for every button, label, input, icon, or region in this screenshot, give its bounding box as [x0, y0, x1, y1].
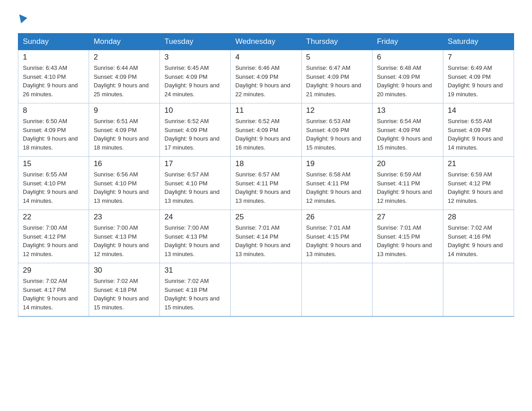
- col-monday: Monday: [89, 34, 160, 50]
- day-number: 11: [235, 106, 296, 115]
- day-number: 17: [164, 159, 226, 168]
- day-number: 30: [94, 266, 155, 275]
- day-info: Sunrise: 6:57 AMSunset: 4:10 PMDaylight:…: [164, 170, 226, 205]
- calendar-week-row: 29Sunrise: 7:02 AMSunset: 4:17 PMDayligh…: [18, 263, 514, 317]
- calendar-cell: 10Sunrise: 6:52 AMSunset: 4:09 PMDayligh…: [160, 103, 231, 157]
- day-number: 5: [306, 53, 368, 62]
- day-number: 16: [94, 159, 155, 168]
- day-number: 7: [448, 53, 509, 62]
- col-tuesday: Tuesday: [160, 34, 231, 50]
- day-number: 18: [235, 159, 296, 168]
- col-friday: Friday: [372, 34, 443, 50]
- day-number: 1: [23, 53, 84, 62]
- day-info: Sunrise: 6:51 AMSunset: 4:09 PMDaylight:…: [94, 117, 155, 152]
- day-info: Sunrise: 6:57 AMSunset: 4:11 PMDaylight:…: [235, 170, 296, 205]
- day-info: Sunrise: 6:55 AMSunset: 4:09 PMDaylight:…: [448, 117, 509, 152]
- day-info: Sunrise: 6:59 AMSunset: 4:11 PMDaylight:…: [377, 170, 438, 205]
- day-number: 3: [164, 53, 226, 62]
- calendar-cell: 9Sunrise: 6:51 AMSunset: 4:09 PMDaylight…: [89, 103, 160, 157]
- svg-marker-0: [19, 14, 27, 23]
- day-info: Sunrise: 7:02 AMSunset: 4:18 PMDaylight:…: [164, 277, 226, 312]
- calendar-cell: 24Sunrise: 7:00 AMSunset: 4:13 PMDayligh…: [160, 210, 231, 263]
- day-info: Sunrise: 6:47 AMSunset: 4:09 PMDaylight:…: [306, 64, 368, 98]
- day-info: Sunrise: 6:43 AMSunset: 4:10 PMDaylight:…: [23, 64, 84, 98]
- day-info: Sunrise: 6:53 AMSunset: 4:09 PMDaylight:…: [306, 117, 368, 152]
- day-info: Sunrise: 7:01 AMSunset: 4:14 PMDaylight:…: [235, 223, 296, 258]
- calendar-week-row: 1Sunrise: 6:43 AMSunset: 4:10 PMDaylight…: [18, 50, 514, 103]
- day-info: Sunrise: 6:59 AMSunset: 4:12 PMDaylight:…: [448, 170, 509, 205]
- col-saturday: Saturday: [443, 34, 514, 50]
- calendar-cell: 18Sunrise: 6:57 AMSunset: 4:11 PMDayligh…: [231, 157, 301, 210]
- day-info: Sunrise: 7:01 AMSunset: 4:15 PMDaylight:…: [377, 223, 438, 258]
- day-number: 26: [306, 213, 368, 222]
- day-number: 19: [306, 159, 368, 168]
- day-info: Sunrise: 7:00 AMSunset: 4:13 PMDaylight:…: [94, 223, 155, 258]
- calendar-cell: 2Sunrise: 6:44 AMSunset: 4:09 PMDaylight…: [89, 50, 160, 103]
- day-info: Sunrise: 6:52 AMSunset: 4:09 PMDaylight:…: [164, 117, 226, 152]
- calendar-cell: 20Sunrise: 6:59 AMSunset: 4:11 PMDayligh…: [372, 157, 443, 210]
- day-info: Sunrise: 6:58 AMSunset: 4:11 PMDaylight:…: [306, 170, 368, 205]
- day-number: 9: [94, 106, 155, 115]
- day-info: Sunrise: 6:45 AMSunset: 4:09 PMDaylight:…: [164, 64, 226, 98]
- calendar-cell: 25Sunrise: 7:01 AMSunset: 4:14 PMDayligh…: [231, 210, 301, 263]
- day-info: Sunrise: 6:48 AMSunset: 4:09 PMDaylight:…: [377, 64, 438, 98]
- logo: [18, 13, 27, 24]
- calendar-week-row: 15Sunrise: 6:55 AMSunset: 4:10 PMDayligh…: [18, 157, 514, 210]
- calendar-cell: 11Sunrise: 6:52 AMSunset: 4:09 PMDayligh…: [231, 103, 301, 157]
- calendar-cell: 8Sunrise: 6:50 AMSunset: 4:09 PMDaylight…: [18, 103, 89, 157]
- day-info: Sunrise: 7:01 AMSunset: 4:15 PMDaylight:…: [306, 223, 368, 258]
- day-info: Sunrise: 6:50 AMSunset: 4:09 PMDaylight:…: [23, 117, 84, 152]
- calendar-cell: 17Sunrise: 6:57 AMSunset: 4:10 PMDayligh…: [160, 157, 231, 210]
- day-number: 6: [377, 53, 438, 62]
- day-number: 25: [235, 213, 296, 222]
- day-number: 15: [23, 159, 84, 168]
- calendar-cell: 19Sunrise: 6:58 AMSunset: 4:11 PMDayligh…: [301, 157, 372, 210]
- day-info: Sunrise: 7:02 AMSunset: 4:16 PMDaylight:…: [448, 223, 509, 258]
- day-number: 31: [164, 266, 226, 275]
- day-number: 22: [23, 213, 84, 222]
- calendar-cell: [372, 263, 443, 317]
- calendar-cell: 3Sunrise: 6:45 AMSunset: 4:09 PMDaylight…: [160, 50, 231, 103]
- calendar-cell: 16Sunrise: 6:56 AMSunset: 4:10 PMDayligh…: [89, 157, 160, 210]
- day-number: 28: [448, 213, 509, 222]
- calendar-cell: 7Sunrise: 6:49 AMSunset: 4:09 PMDaylight…: [443, 50, 514, 103]
- day-number: 27: [377, 213, 438, 222]
- col-wednesday: Wednesday: [231, 34, 301, 50]
- day-number: 13: [377, 106, 438, 115]
- calendar-week-row: 22Sunrise: 7:00 AMSunset: 4:12 PMDayligh…: [18, 210, 514, 263]
- day-number: 20: [377, 159, 438, 168]
- col-thursday: Thursday: [301, 34, 372, 50]
- day-number: 8: [23, 106, 84, 115]
- calendar-cell: 14Sunrise: 6:55 AMSunset: 4:09 PMDayligh…: [443, 103, 514, 157]
- calendar-cell: 30Sunrise: 7:02 AMSunset: 4:18 PMDayligh…: [89, 263, 160, 317]
- day-number: 2: [94, 53, 155, 62]
- calendar-cell: 4Sunrise: 6:46 AMSunset: 4:09 PMDaylight…: [231, 50, 301, 103]
- logo-triangle-icon: [19, 14, 27, 25]
- day-number: 21: [448, 159, 509, 168]
- day-number: 4: [235, 53, 296, 62]
- day-info: Sunrise: 7:00 AMSunset: 4:13 PMDaylight:…: [164, 223, 226, 258]
- calendar-cell: 27Sunrise: 7:01 AMSunset: 4:15 PMDayligh…: [372, 210, 443, 263]
- day-number: 24: [164, 213, 226, 222]
- calendar-header-row: Sunday Monday Tuesday Wednesday Thursday…: [18, 34, 514, 50]
- calendar-cell: 23Sunrise: 7:00 AMSunset: 4:13 PMDayligh…: [89, 210, 160, 263]
- page-header: [18, 13, 514, 24]
- day-number: 29: [23, 266, 84, 275]
- calendar-cell: 13Sunrise: 6:54 AMSunset: 4:09 PMDayligh…: [372, 103, 443, 157]
- calendar-cell: 21Sunrise: 6:59 AMSunset: 4:12 PMDayligh…: [443, 157, 514, 210]
- day-info: Sunrise: 7:00 AMSunset: 4:12 PMDaylight:…: [23, 223, 84, 258]
- day-info: Sunrise: 6:52 AMSunset: 4:09 PMDaylight:…: [235, 117, 296, 152]
- calendar-cell: [301, 263, 372, 317]
- calendar-cell: 1Sunrise: 6:43 AMSunset: 4:10 PMDaylight…: [18, 50, 89, 103]
- calendar-week-row: 8Sunrise: 6:50 AMSunset: 4:09 PMDaylight…: [18, 103, 514, 157]
- day-info: Sunrise: 7:02 AMSunset: 4:18 PMDaylight:…: [94, 277, 155, 312]
- calendar-cell: 15Sunrise: 6:55 AMSunset: 4:10 PMDayligh…: [18, 157, 89, 210]
- calendar-cell: 6Sunrise: 6:48 AMSunset: 4:09 PMDaylight…: [372, 50, 443, 103]
- calendar-cell: 28Sunrise: 7:02 AMSunset: 4:16 PMDayligh…: [443, 210, 514, 263]
- day-info: Sunrise: 6:46 AMSunset: 4:09 PMDaylight:…: [235, 64, 296, 98]
- calendar-cell: 31Sunrise: 7:02 AMSunset: 4:18 PMDayligh…: [160, 263, 231, 317]
- day-info: Sunrise: 6:55 AMSunset: 4:10 PMDaylight:…: [23, 170, 84, 205]
- calendar-cell: [443, 263, 514, 317]
- day-number: 12: [306, 106, 368, 115]
- day-info: Sunrise: 6:56 AMSunset: 4:10 PMDaylight:…: [94, 170, 155, 205]
